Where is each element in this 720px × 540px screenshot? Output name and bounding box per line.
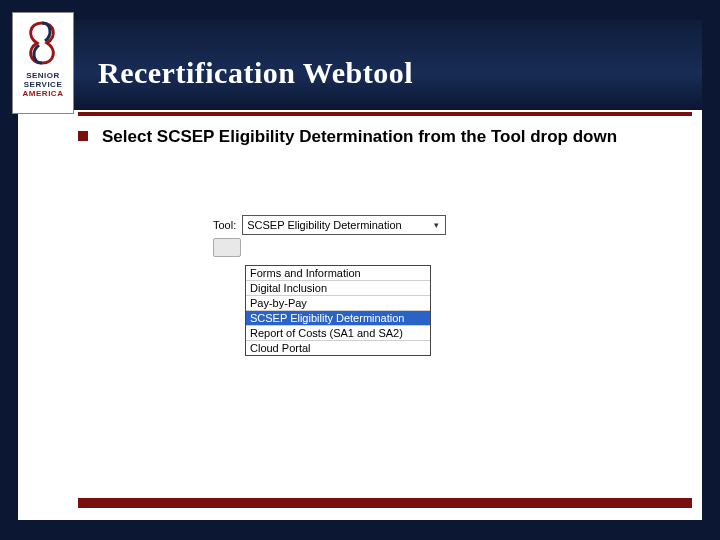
tool-dropdown-screenshot: Tool: SCSEP Eligibility Determination ▾ … bbox=[213, 215, 453, 356]
tool-select-value: SCSEP Eligibility Determination bbox=[247, 219, 401, 231]
slide-header: Recertification Webtool bbox=[18, 20, 702, 110]
logo-mark-icon bbox=[21, 19, 63, 67]
list-item[interactable]: Digital Inclusion bbox=[246, 281, 430, 296]
footer-bar bbox=[78, 498, 692, 508]
bullet-item: Select SCSEP Eligibility Determination f… bbox=[78, 126, 682, 148]
org-logo: SENIOR SERVICE AMERICA bbox=[12, 12, 74, 114]
list-item[interactable]: Pay-by-Pay bbox=[246, 296, 430, 311]
list-item[interactable]: Cloud Portal bbox=[246, 341, 430, 355]
tool-options-list[interactable]: Forms and Information Digital Inclusion … bbox=[245, 265, 431, 356]
bullet-square-icon bbox=[78, 131, 88, 141]
slide-title: Recertification Webtool bbox=[98, 56, 413, 90]
list-item[interactable]: Forms and Information bbox=[246, 266, 430, 281]
logo-line1: SENIOR bbox=[26, 71, 60, 80]
content-area: Select SCSEP Eligibility Determination f… bbox=[78, 126, 682, 148]
list-item-selected[interactable]: SCSEP Eligibility Determination bbox=[246, 311, 430, 326]
list-item[interactable]: Report of Costs (SA1 and SA2) bbox=[246, 326, 430, 341]
dropdown-row: Tool: SCSEP Eligibility Determination ▾ bbox=[213, 215, 453, 235]
dropdown-label: Tool: bbox=[213, 219, 236, 231]
header-divider bbox=[78, 112, 692, 116]
slide-body: Recertification Webtool SENIOR SERVICE A… bbox=[18, 20, 702, 520]
logo-line2: SERVICE bbox=[24, 80, 62, 89]
chevron-down-icon: ▾ bbox=[429, 218, 443, 232]
logo-line3: AMERICA bbox=[23, 89, 64, 98]
go-button[interactable] bbox=[213, 238, 241, 257]
bullet-text: Select SCSEP Eligibility Determination f… bbox=[102, 126, 617, 148]
tool-select[interactable]: SCSEP Eligibility Determination ▾ bbox=[242, 215, 446, 235]
logo-text: SENIOR SERVICE AMERICA bbox=[17, 71, 69, 98]
